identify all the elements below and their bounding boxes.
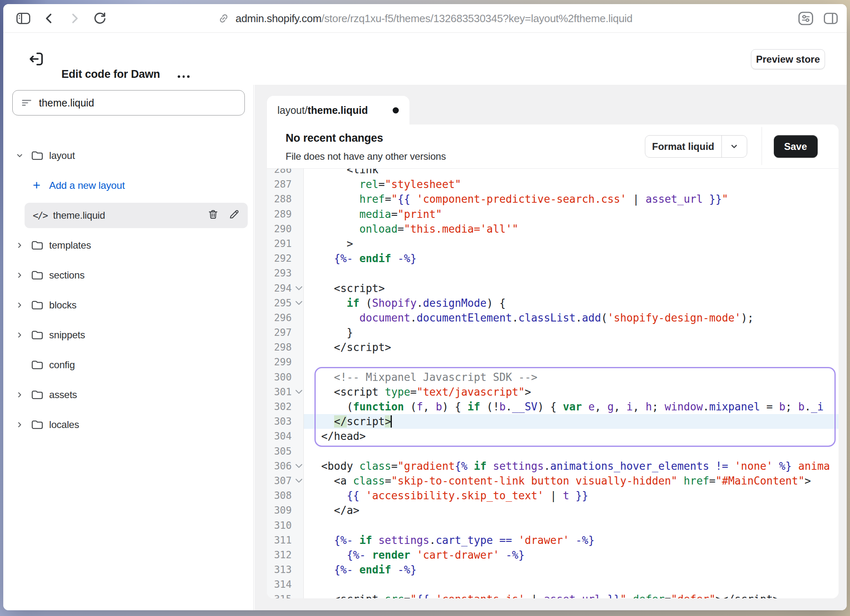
fold-chevron-icon[interactable] (295, 464, 303, 469)
search-input[interactable] (39, 97, 236, 109)
line-number-292[interactable]: 292 (267, 251, 303, 266)
line-number-308[interactable]: 308 (267, 488, 303, 503)
chevron-right-icon[interactable] (16, 391, 31, 399)
split-view-icon[interactable] (823, 11, 839, 25)
code-line-309[interactable]: </a> (267, 503, 839, 518)
code-line-311[interactable]: {%- if settings.cart_type == 'drawer' -%… (267, 533, 839, 548)
code-line-307[interactable]: <a class="skip-to-content-link button vi… (267, 473, 839, 488)
format-liquid-button[interactable]: Format liquid (645, 135, 747, 158)
back-icon[interactable] (42, 11, 57, 26)
line-number-301[interactable]: 301 (267, 385, 303, 399)
file-search[interactable] (12, 90, 245, 116)
code-line-286[interactable]: <link (267, 169, 839, 177)
code-line-304[interactable]: </head> (267, 429, 839, 444)
sidebar-folder-blocks[interactable]: blocks (3, 290, 253, 320)
line-number-299[interactable]: 299 (267, 355, 303, 369)
sidebar-folder-locales[interactable]: locales (3, 410, 253, 439)
line-number-305[interactable]: 305 (267, 444, 303, 459)
line-number-294[interactable]: 294 (267, 281, 303, 296)
code-line-293[interactable] (267, 266, 839, 281)
code-line-289[interactable]: media="print" (267, 207, 839, 222)
code-line-303[interactable]: </script> (267, 414, 839, 429)
code-line-292[interactable]: {%- endif -%} (267, 251, 839, 266)
delete-file-icon[interactable] (208, 209, 219, 222)
code-line-314[interactable] (267, 577, 839, 592)
code-line-306[interactable]: <body class="gradient{% if settings.anim… (267, 459, 839, 473)
fold-chevron-icon[interactable] (295, 478, 303, 483)
line-number-287[interactable]: 287 (267, 177, 303, 192)
code-editor[interactable]: <link rel="stylesheet" href="{{ 'compone… (267, 169, 839, 598)
line-number-309[interactable]: 309 (267, 503, 303, 518)
line-number-290[interactable]: 290 (267, 222, 303, 236)
line-number-315[interactable]: 315 (267, 592, 303, 598)
extensions-icon[interactable] (798, 11, 814, 26)
code-line-302[interactable]: (function (f, b) { if (!b.__SV) { var e,… (267, 399, 839, 414)
fold-chevron-icon[interactable] (295, 301, 303, 306)
chevron-down-icon[interactable] (16, 152, 31, 160)
line-number-291[interactable]: 291 (267, 236, 303, 251)
code-line-310[interactable] (267, 518, 839, 533)
code-line-294[interactable]: <script> (267, 281, 839, 296)
sidebar-folder-layout[interactable]: layout (3, 140, 253, 170)
chevron-right-icon[interactable] (16, 241, 31, 249)
code-line-312[interactable]: {%- render 'cart-drawer' -%} (267, 548, 839, 562)
address-bar[interactable]: admin.shopify.com/store/rzq1xu-f5/themes… (217, 4, 632, 33)
exit-icon[interactable] (27, 50, 45, 68)
line-number-314[interactable]: 314 (267, 577, 303, 592)
chevron-right-icon[interactable] (16, 271, 31, 279)
line-number-302[interactable]: 302 (267, 399, 303, 414)
sidebar-toggle-icon[interactable] (16, 11, 31, 25)
fold-chevron-icon[interactable] (295, 390, 303, 394)
code-line-299[interactable] (267, 355, 839, 369)
preview-store-button[interactable]: Preview store (751, 49, 825, 69)
sidebar-folder-templates[interactable]: templates (3, 230, 253, 260)
chevron-right-icon[interactable] (16, 421, 31, 429)
sidebar-folder-sections[interactable]: sections (3, 260, 253, 290)
line-number-295[interactable]: 295 (267, 296, 303, 310)
line-number-300[interactable]: 300 (267, 370, 303, 385)
sidebar-file-theme.liquid[interactable]: </>theme.liquid (3, 200, 253, 230)
code-line-288[interactable]: href="{{ 'component-predictive-search.cs… (267, 192, 839, 206)
sidebar-folder-assets[interactable]: assets (3, 380, 253, 410)
code-line-313[interactable]: {%- endif -%} (267, 562, 839, 577)
chevron-right-icon[interactable] (16, 301, 31, 309)
line-number-304[interactable]: 304 (267, 429, 303, 444)
code-line-290[interactable]: onload="this.media='all'" (267, 222, 839, 236)
code-line-300[interactable]: <!-- Mixpanel Javascript SDK --> (267, 370, 839, 385)
code-line-308[interactable]: {{ 'accessibility.skip_to_text' | t }} (267, 488, 839, 503)
more-menu-icon[interactable] (174, 72, 193, 81)
line-number-303[interactable]: 303 (267, 414, 303, 429)
code-line-287[interactable]: rel="stylesheet" (267, 177, 839, 192)
line-number-312[interactable]: 312 (267, 548, 303, 562)
line-number-296[interactable]: 296 (267, 310, 303, 325)
chevron-down-icon[interactable] (721, 136, 747, 157)
code-line-301[interactable]: <script type="text/javascript"> (267, 385, 839, 399)
code-line-295[interactable]: if (Shopify.designMode) { (267, 296, 839, 310)
line-number-293[interactable]: 293 (267, 266, 303, 281)
selected-file-row[interactable]: </>theme.liquid (25, 203, 248, 228)
code-line-305[interactable] (267, 444, 839, 459)
code-line-291[interactable]: > (267, 236, 839, 251)
code-line-296[interactable]: document.documentElement.classList.add('… (267, 310, 839, 325)
line-number-311[interactable]: 311 (267, 533, 303, 548)
sidebar-folder-config[interactable]: config (3, 350, 253, 380)
rename-file-icon[interactable] (228, 209, 240, 222)
line-number-298[interactable]: 298 (267, 340, 303, 355)
forward-icon[interactable] (67, 11, 82, 26)
reload-icon[interactable] (93, 11, 107, 26)
sidebar-folder-snippets[interactable]: snippets (3, 320, 253, 350)
line-number-307[interactable]: 307 (267, 473, 303, 488)
line-number-306[interactable]: 306 (267, 459, 303, 473)
line-number-289[interactable]: 289 (267, 207, 303, 222)
tab-theme-liquid[interactable]: layout/theme.liquid (267, 96, 409, 125)
line-number-297[interactable]: 297 (267, 325, 303, 340)
line-number-288[interactable]: 288 (267, 192, 303, 206)
line-number-286[interactable]: 286 (267, 169, 303, 177)
line-number-310[interactable]: 310 (267, 518, 303, 533)
code-line-315[interactable]: <script src="{{ 'constants.js' | asset_u… (267, 592, 839, 598)
fold-chevron-icon[interactable] (295, 286, 303, 291)
code-line-298[interactable]: </script> (267, 340, 839, 355)
code-line-297[interactable]: } (267, 325, 839, 340)
line-number-313[interactable]: 313 (267, 562, 303, 577)
chevron-right-icon[interactable] (16, 331, 31, 339)
